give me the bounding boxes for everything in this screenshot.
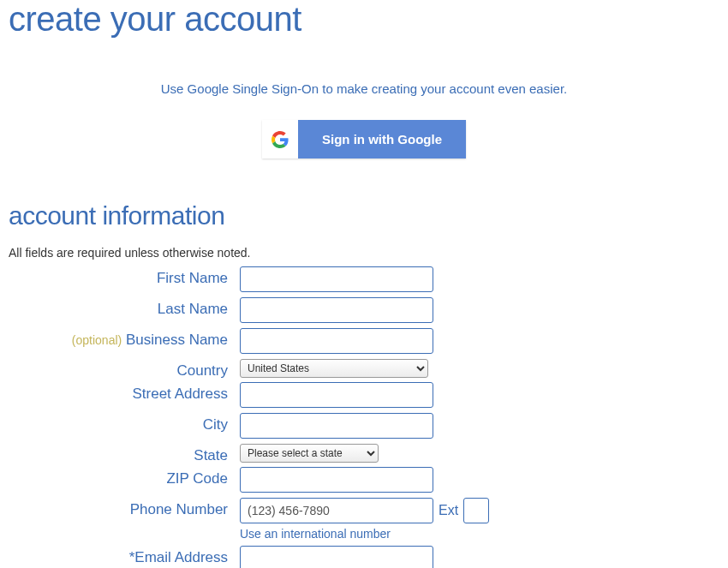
- phone-input[interactable]: [240, 498, 433, 523]
- business-name-label: (optional) Business Name: [9, 328, 240, 349]
- street-address-input[interactable]: [240, 382, 433, 408]
- optional-tag: (optional): [72, 333, 122, 347]
- required-fields-note: All fields are required unless otherwise…: [9, 246, 719, 260]
- google-signin-label: Sign in with Google: [298, 120, 466, 158]
- phone-label: Phone Number: [9, 498, 240, 518]
- street-address-label: Street Address: [9, 382, 240, 403]
- city-input[interactable]: [240, 413, 433, 439]
- zip-label: ZIP Code: [9, 467, 240, 487]
- email-input[interactable]: [240, 546, 433, 568]
- state-select[interactable]: Please select a state: [240, 444, 379, 463]
- international-number-link[interactable]: Use an international number: [240, 527, 489, 541]
- last-name-label: Last Name: [9, 297, 240, 318]
- business-name-input[interactable]: [240, 328, 433, 354]
- zip-input[interactable]: [240, 467, 433, 493]
- google-icon: [262, 120, 298, 158]
- country-label: Country: [9, 359, 240, 380]
- ext-input[interactable]: [463, 498, 489, 523]
- last-name-input[interactable]: [240, 297, 433, 323]
- state-label: State: [9, 444, 240, 464]
- page-title: create your account: [9, 0, 719, 39]
- business-name-text: Business Name: [126, 332, 228, 348]
- sso-section: Use Google Single Sign-On to make creati…: [9, 81, 719, 158]
- first-name-input[interactable]: [240, 266, 433, 292]
- google-signin-button[interactable]: Sign in with Google: [262, 120, 466, 158]
- account-section-title: account information: [9, 201, 719, 230]
- country-select[interactable]: United States: [240, 359, 428, 378]
- city-label: City: [9, 413, 240, 433]
- first-name-label: First Name: [9, 266, 240, 287]
- ext-label: Ext: [439, 503, 458, 518]
- sso-description: Use Google Single Sign-On to make creati…: [9, 81, 719, 96]
- email-label: *Email Address: [9, 546, 240, 566]
